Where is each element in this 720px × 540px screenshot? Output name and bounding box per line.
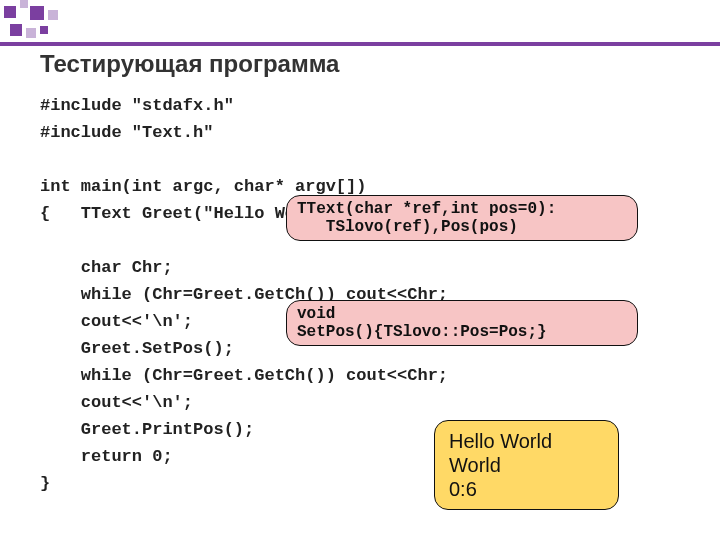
- output-line: 0:6: [449, 477, 604, 501]
- code-line: #include "Text.h": [40, 123, 213, 142]
- code-line: Greet.PrintPos();: [40, 420, 254, 439]
- code-line: int main(int argc, char* argv[]): [40, 177, 366, 196]
- annotation-setpos: void SetPos(){TSlovo::Pos=Pos;}: [286, 300, 638, 346]
- slide-title: Тестирующая программа: [40, 50, 339, 78]
- code-line: cout<<'\n';: [40, 312, 193, 331]
- code-line: return 0;: [40, 447, 173, 466]
- code-line: char Chr;: [40, 258, 173, 277]
- output-line: Hello World: [449, 429, 604, 453]
- output-line: World: [449, 453, 604, 477]
- output-box: Hello World World 0:6: [434, 420, 619, 510]
- code-line: }: [40, 474, 50, 493]
- annotation-constructor: TText(char *ref,int pos=0): TSlovo(ref),…: [286, 195, 638, 241]
- code-block: #include "stdafx.h" #include "Text.h" in…: [40, 92, 448, 497]
- code-line: Greet.SetPos();: [40, 339, 234, 358]
- code-line: cout<<'\n';: [40, 393, 193, 412]
- code-line: while (Chr=Greet.GetCh()) cout<<Chr;: [40, 366, 448, 385]
- code-line: #include "stdafx.h": [40, 96, 234, 115]
- header-decoration: [0, 0, 720, 46]
